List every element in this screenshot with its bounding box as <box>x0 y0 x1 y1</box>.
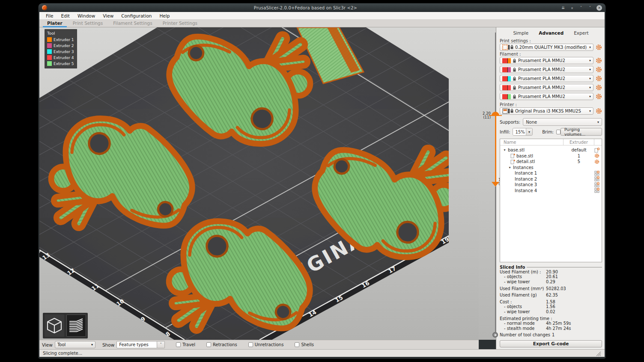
print-settings-select[interactable]: 0.20mm QUALITY MK3 (modified) ▾ <box>500 44 593 51</box>
filament-3-gear-icon[interactable] <box>596 75 602 82</box>
show-label: Show <box>102 342 114 347</box>
menu-view[interactable]: View <box>99 12 117 19</box>
show-select-button[interactable]: ˅ <box>157 341 165 348</box>
part-settings-gear-icon[interactable] <box>594 159 599 164</box>
menu-help[interactable]: Help <box>155 12 173 19</box>
unretractions-checkbox[interactable] <box>248 342 253 347</box>
shade-icon[interactable]: ⌅ <box>569 6 575 10</box>
collapse-expander-icon[interactable]: ▾ <box>503 148 507 152</box>
extruder-1-color-swatch <box>507 58 511 63</box>
mode-simple[interactable]: Simple <box>513 30 528 36</box>
view-select[interactable]: Tool ▾ <box>55 341 95 348</box>
layer-slider-track[interactable] <box>495 187 496 332</box>
3d-editor-view-button[interactable] <box>45 315 64 337</box>
chevron-down-icon: ▾ <box>589 95 591 98</box>
chevron-down-icon: ▾ <box>528 130 530 134</box>
minimize-icon[interactable]: ˅ <box>578 6 584 10</box>
chevron-down-icon: ˅ <box>160 343 162 347</box>
instance-row-3[interactable]: Instance 3 <box>500 182 602 188</box>
supports-select[interactable]: None ▾ <box>523 118 602 126</box>
legend-item-extruder-3: Extruder 3 <box>47 49 75 54</box>
supports-label: Supports: <box>500 120 520 125</box>
chevron-down-icon: ▾ <box>589 77 591 80</box>
menu-window[interactable]: Window <box>74 12 99 19</box>
menu-configuration[interactable]: Configuration <box>117 12 155 19</box>
prusaslicer-logo-icon <box>42 5 47 10</box>
filament-select-3[interactable]: Prusament PLA MMU2 ▾ <box>500 75 593 82</box>
3d-viewport[interactable]: ORIGINAL PRUSA 13 12 11 10 9 8 19 <box>39 27 479 340</box>
instance-icon <box>594 188 599 193</box>
chevron-down-icon: ▾ <box>589 109 591 113</box>
menu-edit[interactable]: Edit <box>57 12 74 19</box>
layer-slider-range[interactable] <box>495 116 496 182</box>
part-row-base[interactable]: base.stl 1 <box>500 153 602 159</box>
layer-slider-track[interactable] <box>495 33 496 112</box>
extruder-4-color-swatch <box>507 85 511 90</box>
infill-select[interactable]: 15% ▾ <box>513 128 533 136</box>
slider-lock-button[interactable] <box>492 332 498 338</box>
instance-row-1[interactable]: Instance 1 <box>500 170 602 176</box>
preview-bottom-bar: View Tool ▾ Show Feature types ˅ Travel <box>39 340 479 349</box>
titlebar[interactable]: PrusaSlicer-2.0.0+Fedora based on Slic3r… <box>39 3 605 12</box>
purging-volumes-button[interactable]: Purging volumes... <box>561 128 602 136</box>
chevron-down-icon: ▾ <box>597 120 599 124</box>
filament-2-gear-icon[interactable] <box>596 66 602 73</box>
close-icon[interactable]: ✕ <box>596 5 602 11</box>
mode-expert[interactable]: Expert <box>574 30 588 36</box>
tab-print-settings[interactable]: Print Settings <box>68 20 108 27</box>
travel-checkbox[interactable] <box>176 342 181 347</box>
mode-selector: Simple Advanced Expert <box>500 29 602 38</box>
object-list-header: Name Extruder <box>500 139 602 145</box>
print-settings-label: Print settings : <box>500 39 602 43</box>
layers-icon <box>68 317 85 335</box>
export-gcode-button[interactable]: Export G-code <box>500 340 602 347</box>
shells-checkbox[interactable] <box>295 342 299 347</box>
object-settings-icon[interactable] <box>594 148 599 153</box>
printer-gear-icon[interactable] <box>596 108 602 114</box>
instance-row-4[interactable]: Instance 4 <box>500 188 602 194</box>
tab-printer-settings[interactable]: Printer Settings <box>158 20 203 27</box>
roll-down-icon[interactable]: ⇊ <box>561 6 566 10</box>
retractions-checkbox[interactable] <box>206 342 211 347</box>
mode-advanced[interactable]: Advanced <box>539 30 564 36</box>
instances-group-row[interactable]: ▾ Instances <box>500 165 602 171</box>
legend-item-extruder-1: Extruder 1 <box>47 37 75 42</box>
instance-icon <box>594 176 599 181</box>
extruder-2-color-swatch <box>507 67 511 72</box>
filament-select-2[interactable]: Prusament PLA MMU2 ▾ <box>500 66 593 73</box>
print-settings-gear-icon[interactable] <box>596 44 602 50</box>
shells-checkbox-row: Shells <box>295 342 314 347</box>
tab-plater[interactable]: Plater <box>42 20 68 27</box>
lock-icon <box>513 94 516 99</box>
filament-label: Filament : <box>500 52 602 56</box>
column-name: Name <box>500 139 564 145</box>
view-label: View <box>42 342 53 347</box>
resize-grip[interactable] <box>595 350 601 356</box>
printer-select[interactable]: Original Prusa i3 MK3S MMU2S ▾ <box>500 107 593 115</box>
preview-layers-view-button[interactable] <box>66 315 86 337</box>
instance-row-2[interactable]: Instance 2 <box>500 176 602 182</box>
filament-2-color-swatch <box>502 67 507 72</box>
part-settings-gear-icon[interactable] <box>594 153 599 158</box>
filament-1-gear-icon[interactable] <box>596 57 602 64</box>
bed-3d-scene[interactable]: ORIGINAL PRUSA 13 12 11 10 9 8 19 <box>39 27 449 340</box>
tool-legend: Tool Extruder 1 Extruder 2 Extruder 3 <box>45 29 77 68</box>
instance-icon <box>594 171 599 176</box>
maximize-icon[interactable]: ˄ <box>587 6 593 10</box>
object-list: Name Extruder ▾ base.stl default <box>500 139 602 262</box>
collapse-expander-icon[interactable]: ▾ <box>508 166 512 169</box>
show-select[interactable]: Feature types <box>116 341 157 348</box>
filament-select-4[interactable]: Prusament PLA MMU2 ▾ <box>500 84 593 91</box>
legend-item-extruder-4: Extruder 4 <box>47 55 75 60</box>
filament-5-gear-icon[interactable] <box>596 93 602 100</box>
lock-icon <box>513 76 516 81</box>
filament-4-gear-icon[interactable] <box>596 84 602 91</box>
infill-dropdown-button[interactable]: ▾ <box>526 128 532 135</box>
menu-file[interactable]: File <box>42 12 57 19</box>
object-row-base[interactable]: ▾ base.stl default <box>500 147 602 153</box>
filament-select-1[interactable]: Prusament PLA MMU2 ▾ <box>500 57 593 64</box>
filament-select-5[interactable]: Prusament PLA MMU2 ▾ <box>500 93 593 100</box>
part-row-detail[interactable]: detail.stl 5 <box>500 159 602 165</box>
brim-checkbox[interactable] <box>556 130 561 134</box>
tab-filament-settings[interactable]: Filament Settings <box>108 20 157 27</box>
